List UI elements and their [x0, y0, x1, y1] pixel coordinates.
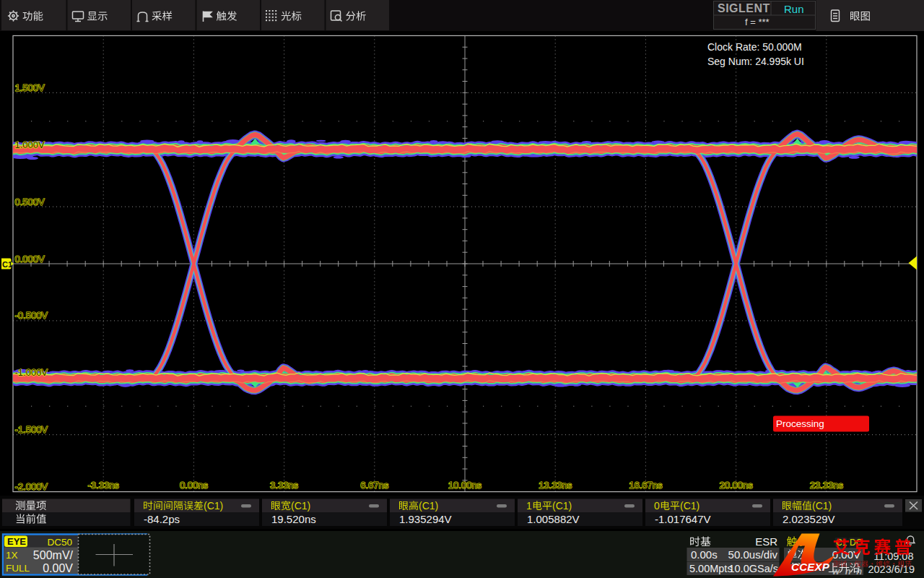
- svg-text:C1: C1: [2, 260, 12, 269]
- svg-text:5.00Mpts: 5.00Mpts: [689, 563, 733, 574]
- svg-text:0.500V: 0.500V: [15, 197, 45, 207]
- svg-text:-3.33ns: -3.33ns: [88, 480, 120, 491]
- svg-text:1.005882V: 1.005882V: [527, 513, 580, 525]
- svg-text:Seg Num: 24.995k UI: Seg Num: 24.995k UI: [707, 56, 804, 67]
- svg-text:SIGLENT: SIGLENT: [718, 2, 770, 14]
- svg-text:FULL: FULL: [6, 563, 30, 574]
- svg-text:0.00ns: 0.00ns: [180, 480, 209, 491]
- svg-text:1.000V: 1.000V: [15, 139, 45, 150]
- svg-text:1: 1: [526, 500, 532, 512]
- svg-text:Processing: Processing: [776, 418, 824, 429]
- svg-text:0.00V: 0.00V: [43, 562, 73, 574]
- svg-text:10.00ns: 10.00ns: [448, 480, 482, 491]
- svg-text:(C1): (C1): [680, 500, 699, 512]
- svg-text:DC: DC: [850, 538, 863, 548]
- svg-text:-1.500V: -1.500V: [15, 424, 48, 435]
- svg-text:6.67ns: 6.67ns: [360, 480, 389, 491]
- svg-text:2023/6/19: 2023/6/19: [868, 564, 915, 575]
- svg-text:0.000V: 0.000V: [15, 254, 45, 264]
- svg-text:ESR: ESR: [755, 535, 777, 548]
- svg-text:DC50: DC50: [47, 537, 72, 548]
- svg-text:(C1): (C1): [204, 500, 223, 512]
- svg-text:(C1): (C1): [291, 500, 310, 512]
- svg-text:(C1): (C1): [419, 500, 438, 512]
- svg-text:19.520ns: 19.520ns: [271, 513, 316, 525]
- svg-text:-1.017647V: -1.017647V: [655, 513, 711, 525]
- svg-text:EYE: EYE: [7, 536, 26, 547]
- svg-text:16.67ns: 16.67ns: [629, 480, 663, 491]
- svg-text:0: 0: [654, 500, 660, 512]
- svg-text:50.0us/div: 50.0us/div: [728, 548, 778, 561]
- svg-text:3.33ns: 3.33ns: [270, 480, 299, 491]
- svg-text:1.500V: 1.500V: [15, 82, 45, 93]
- svg-text:2.023529V: 2.023529V: [783, 513, 835, 525]
- svg-text:w n n: w n n: [832, 566, 863, 577]
- svg-text:1.935294V: 1.935294V: [399, 513, 452, 525]
- svg-text:1X: 1X: [6, 550, 18, 561]
- svg-text:23.33ns: 23.33ns: [810, 480, 844, 491]
- svg-text:20.00ns: 20.00ns: [719, 480, 753, 491]
- svg-text:Run: Run: [784, 3, 804, 15]
- svg-text:(C1): (C1): [552, 500, 572, 512]
- svg-text:-84.2ps: -84.2ps: [144, 513, 180, 525]
- svg-text:-1.000V: -1.000V: [15, 367, 48, 378]
- svg-text:13.33ns: 13.33ns: [539, 480, 572, 491]
- svg-text:500mV/: 500mV/: [33, 549, 74, 561]
- svg-text:10.0GSa/s: 10.0GSa/s: [728, 563, 778, 574]
- svg-text:(C1): (C1): [812, 500, 832, 512]
- svg-text:CCEXP: CCEXP: [791, 561, 830, 573]
- svg-text:Clock Rate: 50.000M: Clock Rate: 50.000M: [707, 41, 802, 53]
- svg-text:f = ***: f = ***: [745, 17, 770, 27]
- svg-text:-2.000V: -2.000V: [15, 481, 48, 492]
- svg-text:0.00s: 0.00s: [691, 548, 718, 561]
- svg-text:-0.500V: -0.500V: [15, 310, 48, 321]
